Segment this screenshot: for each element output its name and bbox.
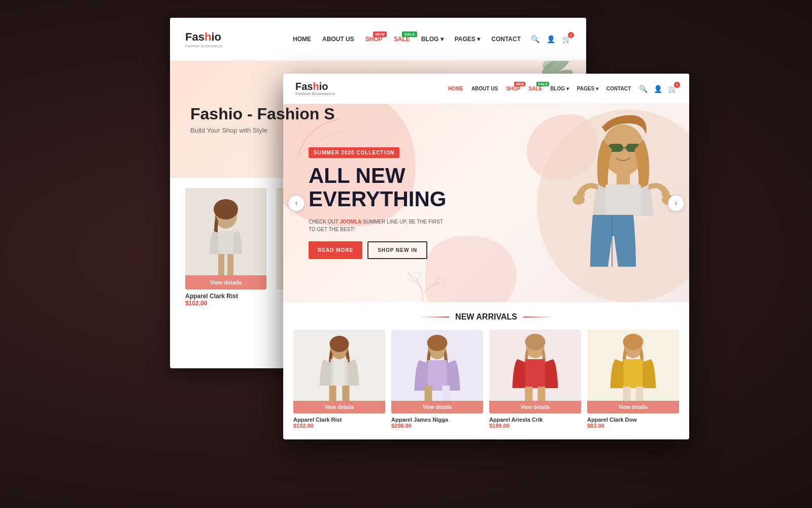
cart-badge: 0 <box>568 32 574 38</box>
hero-text-content: SUMMER 2020 COLLECTION ALL NEW EVERYTHIN… <box>283 147 476 259</box>
svg-rect-21 <box>605 184 641 216</box>
hero-woman-svg <box>486 104 689 302</box>
product-2-view-btn[interactable]: View details <box>391 401 483 414</box>
svg-point-5 <box>214 199 238 219</box>
front-cart-badge: 0 <box>674 82 680 88</box>
product-4-name: Apparel Clark Dow <box>587 417 679 423</box>
svg-point-34 <box>427 335 448 351</box>
product-3-price: $189.00 <box>489 423 581 429</box>
product-4-price: $83.00 <box>587 423 679 429</box>
product-1-image: View details <box>293 330 385 414</box>
product-1-name: Apparel Clark Rist <box>293 417 385 423</box>
back-nav-about[interactable]: ABOUT US <box>322 36 354 43</box>
front-navbar: Fashio Fashion Ecommerce HOME ABOUT US S… <box>283 74 689 104</box>
back-nav-links: HOME ABOUT US SHOP NEW SALE SALE BLOG ▾ … <box>293 36 521 43</box>
user-icon[interactable]: 👤 <box>547 35 555 43</box>
back-nav-shop[interactable]: SHOP NEW <box>365 36 383 43</box>
back-hero-content: Fashio - Fashion S Build Your Shop with … <box>190 105 334 134</box>
back-view-btn-1[interactable]: View details <box>185 275 266 290</box>
back-hero-subtitle: Build Your Shop with Style <box>190 126 334 134</box>
collection-badge: SUMMER 2020 COLLECTION <box>309 147 399 158</box>
back-nav-home[interactable]: HOME <box>293 36 311 43</box>
front-hero: ‹ SUMMER 2020 COLLECTION ALL NEW EVERYTH… <box>283 104 689 302</box>
front-nav-home[interactable]: HOME <box>448 86 463 91</box>
svg-point-46 <box>623 334 644 350</box>
product-1-price: $102.00 <box>293 423 385 429</box>
sale-badge: SALE <box>402 31 417 37</box>
back-hero-title: Fashio - Fashion S <box>190 105 334 123</box>
product-4-image: View details <box>587 330 679 414</box>
back-product-1-name: Apparel Clark Rist <box>185 293 266 300</box>
front-nav-icons: 🔍 👤 🛒 0 <box>639 85 677 93</box>
svg-rect-29 <box>334 359 345 386</box>
new-arrivals-title: NEW ARRIVALS <box>293 312 679 322</box>
product-3-name: Apparel Ariesta Crik <box>489 417 581 423</box>
svg-point-22 <box>572 195 585 205</box>
front-nav-links: HOME ABOUT US SHOP NEW SALE SALE BLOG ▾ … <box>448 86 631 91</box>
back-nav-sale[interactable]: SALE SALE <box>394 36 410 43</box>
front-nav-blog[interactable]: BLOG ▾ <box>550 86 569 91</box>
back-nav-blog[interactable]: BLOG ▾ <box>421 36 444 43</box>
product-2-image: View details <box>391 330 483 414</box>
search-icon[interactable]: 🔍 <box>531 35 539 43</box>
back-product-1-image: View details <box>185 188 266 290</box>
product-3-view-btn[interactable]: View details <box>489 401 581 414</box>
front-search-icon[interactable]: 🔍 <box>639 85 648 93</box>
svg-rect-41 <box>526 359 545 388</box>
svg-point-40 <box>525 334 546 350</box>
hero-woman-image <box>486 104 689 302</box>
front-user-icon[interactable]: 👤 <box>654 85 662 93</box>
front-nav-about[interactable]: ABOUT US <box>471 86 498 91</box>
new-arrivals-section: NEW ARRIVALS <box>283 302 689 437</box>
product-1-view-btn[interactable]: View details <box>293 401 385 414</box>
joomla-text: JOOMLA <box>340 219 362 225</box>
front-nav-pages[interactable]: PAGES ▾ <box>577 86 598 91</box>
product-card-3: View details Apparel Ariesta Crik $189.0… <box>489 330 581 429</box>
back-nav-pages[interactable]: PAGES ▾ <box>455 36 480 43</box>
cart-icon[interactable]: 🛒 0 <box>562 35 571 43</box>
svg-rect-47 <box>624 359 643 388</box>
product-2-price: $208.00 <box>391 423 483 429</box>
woman-figure-1 <box>185 188 266 290</box>
shop-new-badge: NEW <box>373 31 387 37</box>
product-3-image: View details <box>489 330 581 414</box>
product-4-view-btn[interactable]: View details <box>587 401 679 414</box>
product-card-4: View details Apparel Clark Dow $83.00 <box>587 330 679 429</box>
front-logo: Fashio Fashion Ecommerce <box>295 81 335 96</box>
sale-badge-front: SALE <box>536 82 549 86</box>
svg-rect-6 <box>218 231 233 257</box>
front-nav-contact[interactable]: CONTACT <box>606 86 631 91</box>
back-nav-icons: 🔍 👤 🛒 0 <box>531 35 571 43</box>
slider-next-button[interactable]: › <box>668 195 684 211</box>
product-card-2: View details Apparel James Nigga $208.00 <box>391 330 483 429</box>
back-nav-contact[interactable]: CONTACT <box>491 36 521 43</box>
front-nav-sale[interactable]: SALE SALE <box>528 86 542 91</box>
product-card-1: View details Apparel Clark Rist $102.00 <box>293 330 385 429</box>
hero-buttons: READ MORE SHOP NEW IN <box>309 241 451 259</box>
slider-prev-button[interactable]: ‹ <box>288 195 304 211</box>
svg-rect-20 <box>617 173 630 185</box>
plant-decoration <box>385 262 461 302</box>
hero-subtitle: CHECK OUT JOOMLA SUMMER LINE UP, BE THE … <box>309 218 451 233</box>
back-product-1-price: $102.00 <box>185 300 266 307</box>
shop-new-button[interactable]: SHOP NEW IN <box>367 241 427 259</box>
product-2-name: Apparel James Nigga <box>391 417 483 423</box>
front-window: Fashio Fashion Ecommerce HOME ABOUT US S… <box>283 74 689 439</box>
products-grid: View details Apparel Clark Rist $102.00 <box>293 330 679 429</box>
front-nav-shop[interactable]: SHOP NEW <box>506 86 520 91</box>
shop-new-badge-front: NEW <box>514 82 525 86</box>
back-product-1: View details Apparel Clark Rist $102.00 <box>185 188 266 307</box>
back-logo: Fashio Fashion Ecommerce <box>185 30 222 48</box>
hero-title: ALL NEW EVERYTHING <box>309 164 451 211</box>
front-cart-icon[interactable]: 🛒 0 <box>668 85 677 93</box>
read-more-button[interactable]: READ MORE <box>309 241 362 259</box>
svg-point-27 <box>330 336 349 352</box>
back-navbar: Fashio Fashion Ecommerce HOME ABOUT US S… <box>170 18 586 61</box>
